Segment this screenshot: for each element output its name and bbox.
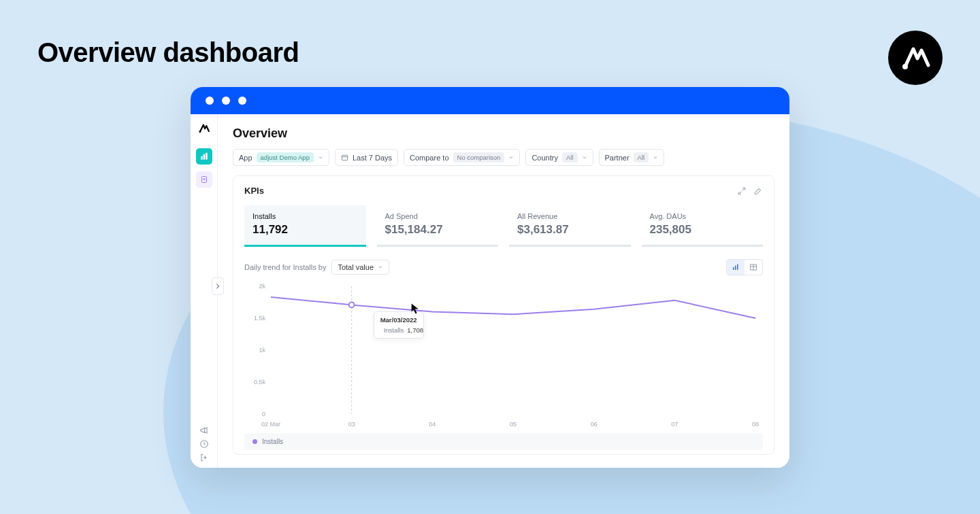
main-content: Overview App adjust Demo App Last 7 Days… xyxy=(218,114,789,468)
filter-compare-label: Compare to xyxy=(410,154,448,162)
sidebar-logo-icon xyxy=(198,122,210,135)
table-icon xyxy=(749,263,757,271)
view-chart-button[interactable] xyxy=(727,260,745,275)
brand-logo xyxy=(888,31,943,85)
filter-app-value: adjust Demo App xyxy=(257,152,314,162)
overview-title: Overview xyxy=(233,126,774,141)
filter-bar: App adjust Demo App Last 7 Days Compare … xyxy=(233,149,774,166)
kpi-label: Ad Spend xyxy=(385,212,491,220)
filter-app[interactable]: App adjust Demo App xyxy=(233,149,329,166)
kpi-card-all-revenue[interactable]: All Revenue$3,613.87 xyxy=(509,205,631,247)
svg-rect-12 xyxy=(735,266,736,271)
kpi-label: All Revenue xyxy=(517,212,623,220)
tooltip-value: 1,708 xyxy=(407,326,423,334)
filter-country[interactable]: Country All xyxy=(525,149,593,166)
sidebar-bottom xyxy=(199,426,209,462)
kpi-card-avg-daus[interactable]: Avg. DAUs235,805 xyxy=(642,205,764,247)
svg-text:1.5k: 1.5k xyxy=(254,315,266,322)
clock-icon[interactable] xyxy=(199,439,209,449)
chevron-right-icon xyxy=(215,283,220,290)
legend-series-label: Installs xyxy=(262,438,283,445)
kpi-panel: KPIs Installs11,792Ad Spend$15,184.27All… xyxy=(233,175,774,455)
svg-text:1k: 1k xyxy=(259,347,265,354)
window-titlebar xyxy=(191,87,789,114)
svg-text:02 Mar: 02 Mar xyxy=(261,421,280,428)
svg-text:05: 05 xyxy=(510,421,517,428)
window-control-zoom[interactable] xyxy=(238,97,246,105)
filter-compare[interactable]: Compare to No comparison xyxy=(404,149,520,166)
svg-text:07: 07 xyxy=(671,421,678,428)
filter-date-value: Last 7 Days xyxy=(353,154,392,162)
svg-point-1 xyxy=(199,131,201,133)
svg-text:04: 04 xyxy=(429,421,436,428)
sidebar-expand-handle[interactable] xyxy=(212,277,224,295)
svg-rect-11 xyxy=(733,267,734,270)
window-control-minimize[interactable] xyxy=(222,97,230,105)
svg-text:06: 06 xyxy=(591,421,598,428)
kpi-label: Avg. DAUs xyxy=(650,212,755,220)
view-toggle xyxy=(726,259,763,275)
page-title: Overview dashboard xyxy=(37,37,299,68)
legend-dot-icon xyxy=(252,439,257,444)
svg-rect-2 xyxy=(201,156,202,160)
chevron-down-icon xyxy=(508,155,514,160)
svg-rect-4 xyxy=(206,153,207,160)
view-table-button[interactable] xyxy=(745,260,762,275)
edit-icon[interactable] xyxy=(753,186,763,196)
kpi-value: 11,792 xyxy=(252,223,358,237)
nav-reports[interactable] xyxy=(196,171,212,188)
filter-app-label: App xyxy=(239,154,252,162)
kpi-value: $15,184.27 xyxy=(385,223,491,237)
chevron-down-icon xyxy=(582,155,587,160)
filter-partner-value: All xyxy=(634,152,649,162)
expand-icon[interactable] xyxy=(737,186,747,196)
panel-header: KPIs xyxy=(244,186,763,196)
line-chart-svg: 00.5k1k1.5k2k02 Mar030405060708Mar/03/20… xyxy=(244,281,763,430)
tooltip-series: Installs xyxy=(384,326,404,334)
trend-label: Daily trend for Installs by xyxy=(244,263,326,271)
kpi-card-ad-spend[interactable]: Ad Spend$15,184.27 xyxy=(377,205,499,247)
svg-text:0: 0 xyxy=(262,411,265,417)
svg-text:03: 03 xyxy=(348,421,355,428)
chevron-down-icon xyxy=(653,155,658,160)
chart[interactable]: 00.5k1k1.5k2k02 Mar030405060708Mar/03/20… xyxy=(244,281,763,430)
panel-actions xyxy=(737,186,763,196)
app-window: Overview App adjust Demo App Last 7 Days… xyxy=(191,87,789,468)
megaphone-icon[interactable] xyxy=(199,426,209,435)
svg-point-0 xyxy=(902,64,908,69)
chart-icon xyxy=(732,263,740,271)
trend-select[interactable]: Total value xyxy=(331,260,389,275)
trend-controls: Daily trend for Installs by Total value xyxy=(244,259,763,275)
svg-text:0.5k: 0.5k xyxy=(254,379,266,386)
bar-chart-icon xyxy=(200,152,208,160)
trend-select-value: Total value xyxy=(338,263,374,271)
logout-icon[interactable] xyxy=(199,453,209,462)
kpi-row: Installs11,792Ad Spend$15,184.27All Reve… xyxy=(244,205,763,247)
filter-partner-label: Partner xyxy=(605,154,630,162)
kpi-label: Installs xyxy=(252,212,358,220)
filter-partner[interactable]: Partner All xyxy=(599,149,665,166)
app-body: Overview App adjust Demo App Last 7 Days… xyxy=(191,114,789,468)
nav-dashboard[interactable] xyxy=(196,148,212,165)
chart-tooltip: Mar/03/2022Installs1,708 xyxy=(374,311,424,339)
filter-compare-value: No comparison xyxy=(453,152,505,162)
kpi-value: $3,613.87 xyxy=(517,223,623,237)
svg-text:2k: 2k xyxy=(259,283,265,290)
svg-rect-13 xyxy=(737,264,738,271)
chevron-down-icon xyxy=(378,264,383,270)
adjust-logo-icon xyxy=(898,41,932,75)
filter-date-range[interactable]: Last 7 Days xyxy=(335,149,398,166)
panel-title: KPIs xyxy=(244,186,264,196)
svg-text:08: 08 xyxy=(752,421,759,428)
kpi-value: 235,805 xyxy=(650,223,755,237)
kpi-card-installs[interactable]: Installs11,792 xyxy=(244,205,366,247)
svg-rect-9 xyxy=(342,155,347,160)
filter-country-label: Country xyxy=(532,154,558,162)
tooltip-date: Mar/03/2022 xyxy=(380,316,417,324)
chevron-down-icon xyxy=(318,155,323,160)
document-icon xyxy=(200,175,208,184)
svg-point-30 xyxy=(349,302,355,307)
calendar-icon xyxy=(341,154,348,161)
window-control-close[interactable] xyxy=(206,97,214,105)
chart-legend: Installs xyxy=(244,433,763,450)
